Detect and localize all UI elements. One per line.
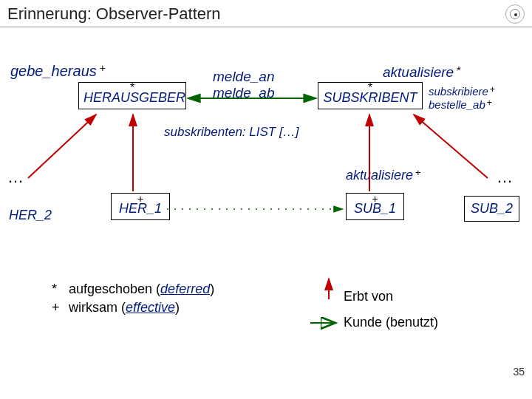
class-sub1-label: SUB_1	[354, 201, 396, 216]
class-sub2-label: SUB_2	[471, 201, 513, 216]
svg-line-1	[28, 115, 96, 178]
class-her1-label: HER_1	[119, 201, 162, 216]
label-melde-ab: melde_ab	[213, 85, 274, 101]
title-bar: Erinnerung: Observer-Pattern	[0, 0, 532, 27]
class-herausgeber-label: HERAUSGEBER	[83, 90, 185, 105]
legend-left: * aufgeschoben (deferred) + wirksam (eff…	[52, 279, 214, 318]
class-her2: HER_2	[9, 208, 52, 223]
svg-line-3	[414, 115, 488, 178]
label-subskribiere: subskribiere+	[429, 85, 494, 98]
legend-erbt-von: Erbt von	[344, 289, 438, 304]
label-aktualisiere-mid: aktualisiere+	[346, 168, 419, 183]
legend-kunde: Kunde (benutzt)	[344, 315, 438, 330]
label-gebe-heraus: gebe_heraus+	[10, 63, 103, 80]
label-bestelle-ab: bestelle_ab+	[429, 98, 491, 111]
ellipsis-right: …	[497, 168, 513, 187]
ellipsis-left: …	[7, 168, 24, 187]
label-aktualisiere-top: aktualisiere*	[383, 64, 458, 81]
page-number: 35	[513, 366, 525, 378]
page-title: Erinnerung: Observer-Pattern	[7, 4, 221, 24]
diagram-stage: gebe_heraus+ * HERAUSGEBER melde_an meld…	[0, 27, 532, 382]
class-subskribent-label: SUBSKRIBENT	[323, 90, 417, 105]
class-sub2: SUB_2	[464, 196, 519, 222]
logo-icon	[505, 4, 525, 24]
legend-right: Erbt von Kunde (benutzt)	[344, 286, 438, 333]
label-melde-an: melde_an	[213, 69, 274, 85]
legend-effective: + wirksam (effective)	[52, 300, 214, 316]
class-herausgeber: * HERAUSGEBER	[78, 82, 186, 109]
class-sub1: + SUB_1	[346, 193, 404, 220]
label-subskribenten: subskribenten: LIST […]	[164, 125, 299, 140]
class-her1: + HER_1	[111, 193, 170, 220]
class-subskribent: * SUBSKRIBENT	[318, 82, 423, 109]
legend-deferred: * aufgeschoben (deferred)	[52, 282, 214, 297]
